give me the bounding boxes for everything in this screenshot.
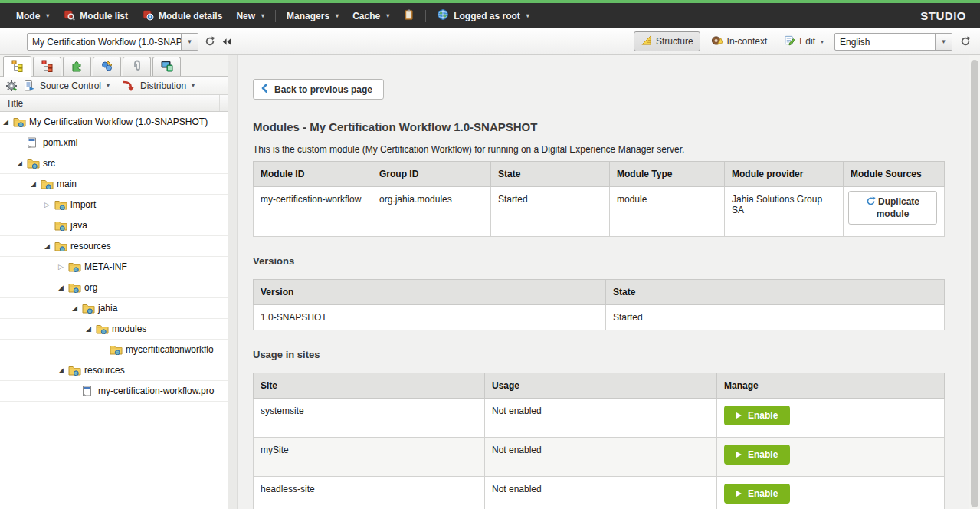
tree-item-label: java [69,220,87,231]
module-details-icon [142,8,154,23]
column-header-manage: Manage [717,373,945,399]
distribution-label[interactable]: Distribution [140,80,186,91]
components-icon [101,60,113,74]
panel-splitter[interactable] [228,55,238,509]
tree-expanded-icon[interactable]: ◢ [86,325,96,333]
tree-expanded-icon[interactable]: ◢ [17,159,27,167]
tree-item-label: src [41,158,55,169]
module-details-button[interactable]: Module details [135,8,229,23]
edit-menu-button[interactable]: Edit ▾ [778,32,830,51]
structure-view-button[interactable]: Structure [634,31,700,51]
tree-item-meta-inf[interactable]: ▷META-INF [0,257,228,277]
distribution-arrow-icon [120,77,136,94]
tree-item-pom-xml[interactable]: pom.xml [0,133,228,153]
version-state-cell: Started [606,305,945,330]
tree-item-main[interactable]: ◢main [0,174,228,195]
logged-as-menu[interactable]: Logged as root▾ [430,8,536,23]
cache-menu-label: Cache [352,11,380,21]
tree-collapsed-icon[interactable]: ▷ [44,201,54,209]
sidebar-tab-components[interactable] [93,57,121,76]
file-icon [82,386,97,396]
source-control-label[interactable]: Source Control [40,80,101,91]
tree-expanded-icon[interactable]: ◢ [72,304,82,312]
sidebar-tab-content-tree[interactable] [3,56,31,77]
column-header-site: Site [254,373,485,399]
duplicate-icon [866,196,876,206]
tree-item-my-certification-workflow-pro[interactable]: my-certification-workflow.pro [0,381,228,402]
back-arrow-icon [261,84,267,95]
duplicate-module-button[interactable]: Duplicate module [848,191,937,225]
sidebar-tab-template-tree[interactable] [33,57,61,76]
folder-icon [13,117,28,127]
back-to-previous-page-button[interactable]: Back to previous page [253,79,384,100]
tree-title-label: Title [6,98,23,109]
tree-item-label: my-certification-workflow.pro [97,386,214,396]
version-cell: 1.0-SNAPSHOT [254,305,606,330]
vertical-scrollbar[interactable] [969,55,980,509]
module-list-button[interactable]: Module list [56,8,135,23]
group-id-cell: org.jahia.modules [372,187,491,237]
language-select[interactable]: English ▾ [834,33,952,51]
mode-menu[interactable]: Mode▾ [9,11,56,21]
caret-down-icon: ▾ [261,12,264,19]
scrollbar-thumb[interactable] [971,60,978,507]
sidebar-tab-attachments[interactable] [123,57,151,76]
managers-menu[interactable]: Managers▾ [280,11,346,21]
tree-item-modules[interactable]: ◢modules [0,319,228,340]
enable-button-mysite[interactable]: Enable [724,445,790,465]
edit-label: Edit [799,36,815,47]
usage-row-headless-site: headless-siteNot enabledEnable [254,477,945,509]
module-table-header-row: Module IDGroup IDStateModule TypeModule … [254,162,945,187]
file-icon [27,137,41,148]
tree-item-mycerfiticationworkflo[interactable]: mycerfiticationworkflo [0,340,228,360]
module-version-select[interactable]: My Certification Workflow (1.0-SNAP ▾ [27,33,198,51]
sidebar-tab-devices[interactable] [152,57,181,76]
caret-down-icon: ▾ [107,82,110,89]
folder-icon [41,179,55,189]
tree-expanded-icon[interactable]: ◢ [58,366,68,374]
new-menu[interactable]: New▾ [229,11,271,21]
tree-item-import[interactable]: ▷import [0,195,228,215]
new-menu-label: New [236,11,255,21]
column-header-state: State [606,280,945,305]
site-cell: systemsite [254,399,485,438]
mode-menu-label: Mode [16,11,40,21]
refresh-module-button[interactable] [202,33,218,50]
collapse-panel-icon[interactable] [218,33,235,50]
column-header-state: State [491,162,610,187]
tree-item-java[interactable]: java [0,215,228,236]
versions-table-header-row: VersionState [254,280,945,305]
tree-title-column-header[interactable]: Title [0,95,228,112]
tree-expanded-icon[interactable]: ◢ [58,284,68,291]
play-icon [736,412,742,419]
tree-item-label: resources [69,241,111,251]
sidebar-tab-modules-puzzle[interactable] [63,57,91,76]
tree-collapsed-icon[interactable]: ▷ [58,263,68,271]
folder-icon [54,241,69,251]
tree-expanded-icon[interactable]: ◢ [44,242,54,250]
usage-section-title: Usage in sites [253,349,969,360]
enable-button-headless-site[interactable]: Enable [724,484,790,504]
tree-item-resources[interactable]: ◢resources [0,360,228,381]
tree-item-org[interactable]: ◢org [0,277,228,298]
tree-expanded-icon[interactable]: ◢ [3,118,13,126]
tree-item-src[interactable]: ◢src [0,153,228,174]
usage-in-sites-table: SiteUsageManage systemsiteNot enabledEna… [253,373,945,509]
in-context-view-button[interactable]: In-context [705,32,774,51]
module-id-cell: my-certification-workflow [254,187,372,237]
tree-item-jahia[interactable]: ◢jahia [0,298,228,319]
enable-button-systemsite[interactable]: Enable [724,406,790,425]
tree-expanded-icon[interactable]: ◢ [31,180,41,188]
tree-item-my-certification-workflow-1-0-snapshot[interactable]: ◢My Certification Workflow (1.0-SNAPSHOT… [0,112,228,133]
refresh-language-button[interactable] [957,33,974,50]
build-gear-icon[interactable] [5,77,18,94]
cache-menu[interactable]: Cache▾ [346,11,396,21]
structure-icon [641,34,652,48]
clipboard-button[interactable] [396,8,421,23]
tree-item-resources[interactable]: ◢resources [0,236,228,257]
modules-puzzle-icon [71,60,84,74]
studio-topbar: Mode▾ Module list Module details New▾ Ma… [0,3,980,28]
usage-row-mysite: mySiteNot enabledEnable [254,438,945,477]
caret-down-icon: ▾ [526,12,529,19]
secondary-toolbar: My Certification Workflow (1.0-SNAP ▾ St… [0,28,980,55]
